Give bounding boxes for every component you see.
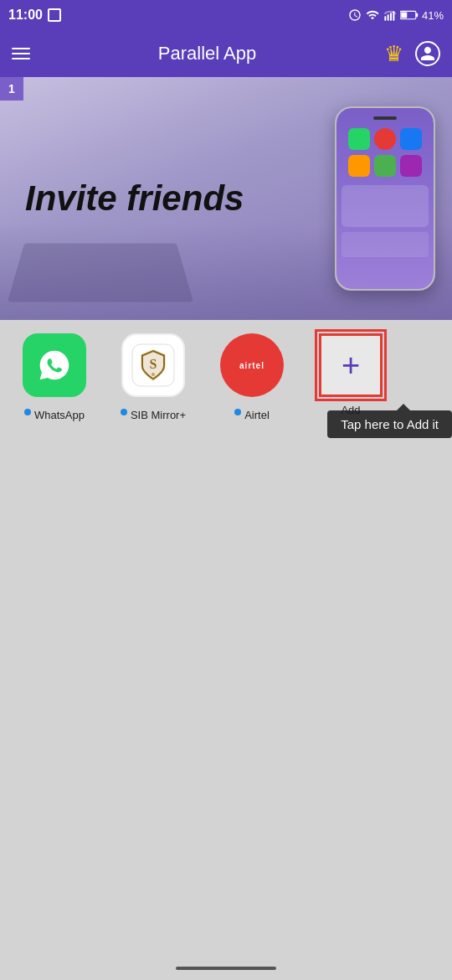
status-bar: 11:00 41% — [0, 0, 452, 30]
whatsapp-dot — [24, 409, 31, 415]
battery-icon — [400, 8, 419, 22]
airtel-icon-wrapper: airtel — [220, 333, 284, 397]
status-icons: 41% — [348, 8, 444, 22]
home-indicator — [176, 967, 276, 970]
whatsapp-label: WhatsApp — [34, 409, 85, 421]
sib-logo: S — [128, 340, 178, 390]
banner-text: Invite friends — [25, 179, 244, 218]
whatsapp-label-row: WhatsApp — [24, 402, 85, 421]
number-badge: 1 — [0, 77, 23, 101]
add-plus-icon: + — [342, 349, 360, 381]
whatsapp-app-item[interactable]: WhatsApp — [8, 333, 100, 421]
tooltip-text: Tap here to Add it — [341, 417, 439, 431]
airtel-label: Airtel — [244, 409, 270, 421]
airtel-icon: airtel — [239, 361, 265, 370]
wifi-icon — [365, 8, 380, 22]
tooltip: Tap here to Add it — [327, 410, 452, 438]
header: Parallel App ♛ — [0, 30, 452, 77]
svg-rect-5 — [416, 13, 418, 18]
svg-rect-0 — [384, 16, 386, 20]
airtel-app-item[interactable]: airtel Airtel — [206, 333, 298, 421]
svg-rect-1 — [388, 14, 389, 20]
sib-icon: S — [131, 343, 176, 388]
svg-text:S: S — [150, 357, 157, 371]
app-grid: WhatsApp S — [8, 333, 444, 421]
whatsapp-icon — [33, 343, 76, 387]
sib-dot — [121, 409, 127, 415]
alarm-icon — [348, 8, 362, 22]
svg-rect-2 — [390, 13, 392, 20]
svg-rect-6 — [401, 12, 407, 18]
sib-label: SIB Mirror+ — [131, 409, 186, 421]
status-time: 11:00 — [8, 8, 43, 23]
signal-icon — [383, 8, 397, 22]
status-square-icon — [48, 8, 61, 22]
app-section: WhatsApp S — [0, 320, 452, 430]
sib-label-row: SIB Mirror+ — [121, 402, 186, 421]
header-actions: ♛ — [384, 41, 440, 67]
menu-button[interactable] — [12, 48, 30, 59]
empty-area — [0, 430, 452, 890]
profile-button[interactable] — [415, 41, 440, 66]
banner: Invite friends — [0, 77, 452, 320]
crown-icon[interactable]: ♛ — [384, 41, 403, 67]
phone-mockup — [335, 106, 435, 291]
svg-point-10 — [152, 373, 155, 376]
battery-percent: 41% — [422, 9, 444, 22]
sib-app-item[interactable]: S SIB Mirror+ — [107, 333, 199, 421]
app-title: Parallel App — [30, 43, 384, 64]
add-icon-wrapper: + — [319, 333, 383, 397]
svg-rect-3 — [393, 11, 394, 20]
whatsapp-icon-wrapper — [23, 333, 86, 397]
airtel-dot — [234, 409, 241, 415]
airtel-label-row: Airtel — [234, 402, 270, 421]
sib-icon-wrapper: S — [121, 333, 185, 397]
add-app-item[interactable]: + Add — [305, 333, 397, 416]
